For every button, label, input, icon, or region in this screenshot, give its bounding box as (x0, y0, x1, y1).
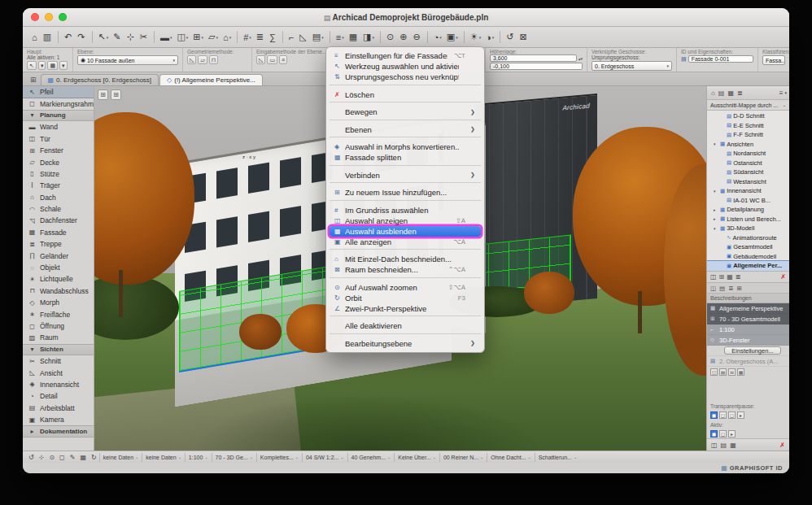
viewmap-dropdown[interactable]: Ausschnitt-Mappe durch ... ⌄ (707, 100, 789, 111)
haupt-button[interactable]: ▦ (47, 61, 58, 70)
tree-item[interactable]: ▸ ▦ Detailplanung (707, 205, 789, 215)
toolbar-button[interactable]: ⊹ (124, 30, 137, 44)
navigator-tool-button[interactable]: ▦ (727, 273, 733, 281)
tool-item[interactable]: ✂ Schnitt (23, 355, 94, 367)
context-menu-item[interactable]: ◫ Auswahl anzeigen ⇧Ä (330, 215, 481, 226)
context-menu-item[interactable]: ⊞ Zu neuem Issue hinzufügen... (330, 187, 481, 198)
viewport-nav-button[interactable]: ⊙ (46, 454, 57, 461)
view-setting-row[interactable]: ◇ 3D-Fenster (707, 335, 789, 346)
context-menu-item[interactable]: # Im Grundriss auswählen (330, 205, 481, 215)
menu-icon[interactable]: ≡ (779, 89, 784, 97)
tool-item[interactable]: ◠ Schale (23, 203, 94, 215)
toolbar-button[interactable]: ◺ (297, 30, 309, 44)
toolbar-button[interactable]: ∑ (267, 31, 279, 44)
toolbar-button[interactable]: ↶ (62, 30, 75, 44)
navigator-header-button[interactable]: ▦ (726, 89, 736, 97)
tool-item[interactable]: ⊞ Fenster (23, 145, 94, 156)
context-menu-item[interactable]: Bewegen ❯ (330, 107, 481, 117)
tool-item[interactable]: ⌂ Dach (23, 192, 94, 203)
toolbar-button[interactable]: ⌐ (286, 31, 297, 44)
tool-item[interactable]: ▾ Planung (23, 110, 94, 121)
view-setting-row[interactable]: ⊞ 70 - 3D Gesamtmodell (707, 314, 789, 324)
input-method-button[interactable]: ≡ (279, 55, 287, 64)
status-segment[interactable]: Ohne Dacht... ⌄ (487, 453, 534, 462)
toolbar-button[interactable]: ≡▾ (334, 31, 347, 44)
view-setting-row[interactable]: ⌐ 1:100 (707, 324, 789, 335)
tab-overview-icon[interactable]: ⊞ (26, 76, 41, 85)
tool-item[interactable]: ▤ Arbeitsblatt (23, 403, 94, 414)
toolbar-button[interactable] (427, 31, 428, 43)
hoehenlage-top-field[interactable]: 3,600 (490, 54, 577, 62)
viewport-nav-button[interactable]: ◻ (57, 454, 68, 461)
ursprungsgeschoss-dropdown[interactable]: 0. Erdgeschoss ▾ (592, 61, 672, 71)
toolbar-button[interactable]: ☀▾ (468, 30, 483, 44)
tool-item[interactable]: ▨ Raum (23, 332, 94, 343)
tree-item[interactable]: ▤ E-E Schnitt (707, 121, 789, 131)
transparentpause-button[interactable]: ◻ (728, 411, 736, 419)
toolbar-button[interactable]: ⊖ (410, 30, 423, 44)
tool-item[interactable]: ◫ Tür (23, 133, 94, 145)
klassifizierung-dropdown[interactable]: Fassa... ▾ (762, 55, 785, 65)
geometry-method-button[interactable]: ▱ (198, 55, 207, 64)
zoom-window-button[interactable] (59, 13, 67, 21)
context-menu-item[interactable] (330, 165, 481, 170)
disclosure-triangle-icon[interactable]: ▾ (714, 141, 718, 146)
tree-item[interactable]: ▣ Gesamtmodell (707, 242, 789, 252)
tree-item[interactable]: ▤ Ostansicht (707, 159, 789, 168)
tool-item[interactable]: ◹ Dachfenster (23, 215, 94, 226)
aktiv-button[interactable]: ◼ (710, 430, 718, 438)
document-tab[interactable]: ▦ 0. Erdgeschoss [0. Erdgeschoss] (41, 74, 159, 85)
toolbar-button[interactable] (237, 31, 238, 43)
tree-item[interactable]: ▾ ▦ 3D-Modell (707, 224, 789, 233)
tree-item[interactable]: ∿ Animationsroute (707, 233, 789, 243)
toolbar-button[interactable]: ▤▾ (310, 30, 326, 44)
view-setting-row[interactable]: Einstellungen... (707, 346, 789, 356)
context-menu-item[interactable] (330, 200, 481, 205)
tool-item[interactable]: ▬ Wand (23, 121, 94, 133)
navigator-header-button[interactable]: ≣ (736, 89, 744, 97)
geometry-method-button[interactable]: ◺ (187, 55, 196, 64)
context-menu-item[interactable]: ⊙ Auf Auswahl zoomen ⇧⌥Ä (330, 282, 481, 293)
tool-item[interactable]: ☀ Lichtquelle (23, 273, 94, 285)
viewport-nav-button[interactable]: ⊹ (37, 454, 47, 461)
disclosure-triangle-icon[interactable]: ▾ (714, 226, 718, 231)
context-menu-item[interactable] (330, 120, 481, 124)
haupt-button[interactable]: ▾ (59, 61, 68, 70)
context-menu-item[interactable]: ↖ Werkzeug auswählen und aktivieren (330, 61, 481, 72)
quad-view-button[interactable]: ⊞ (98, 89, 108, 100)
aktiv-button[interactable]: ◻ (719, 430, 727, 438)
context-menu-item[interactable]: ◈ Auswahl in Morphs konvertieren... (330, 141, 481, 152)
context-menu-item[interactable]: ↻ Orbit F3 (330, 293, 481, 303)
navigator-footer-button[interactable]: ▦ (730, 442, 736, 449)
status-segment[interactable]: 40 Genehm... ⌄ (347, 453, 395, 462)
tool-item[interactable]: ↖ Pfeil (23, 86, 94, 98)
navigator-header-button[interactable]: ▤ (717, 89, 727, 97)
toolbar-button[interactable]: ▬▾ (158, 31, 175, 44)
toolbar-button[interactable] (282, 31, 283, 43)
tree-item[interactable]: ▾ ▦ Innenansicht (707, 186, 789, 196)
navigator-tool-button[interactable]: ⊞ (719, 273, 725, 281)
tool-item[interactable]: ◇ Morph (23, 297, 94, 308)
tool-item[interactable]: ◺ Ansicht (23, 367, 94, 378)
tool-item[interactable]: Ⅰ Träger (23, 180, 94, 191)
navigator-footer-button[interactable]: ▤ (721, 442, 727, 449)
tool-item[interactable]: ∏ Geländer (23, 250, 94, 261)
navigator-footer-button[interactable]: ✗ (779, 442, 785, 449)
toolbar-button[interactable]: ◨▾ (360, 30, 377, 44)
status-segment[interactable]: Schattierun... ⌄ (535, 453, 580, 462)
tree-item[interactable]: ▤ D-D Schnitt (707, 111, 789, 121)
input-method-button[interactable]: ▭ (267, 55, 277, 64)
toolbar-button[interactable] (464, 31, 465, 43)
tree-item[interactable]: ▤ Nordansicht (707, 149, 789, 159)
context-menu-item[interactable]: ≡ Einstellungen für die Fassaden-Auswahl… (330, 50, 481, 61)
status-segment[interactable]: 00 Reiner N... ⌄ (439, 453, 487, 462)
navigator-tool-button[interactable]: ◫ (710, 273, 717, 281)
close-window-button[interactable] (31, 13, 39, 21)
viewport-nav-button[interactable]: ▦ (77, 454, 89, 461)
context-menu-item[interactable]: ✗ Löschen (330, 89, 481, 100)
preview-tab-button[interactable]: ◫ (710, 285, 716, 292)
document-tab[interactable]: ◇ (!) Allgemeine Perspektive... (159, 74, 263, 85)
toolbar-button[interactable]: ⊠ (517, 30, 530, 44)
toolbar-button[interactable] (330, 31, 330, 43)
preview-tab-button[interactable]: ⊞ (736, 285, 741, 292)
